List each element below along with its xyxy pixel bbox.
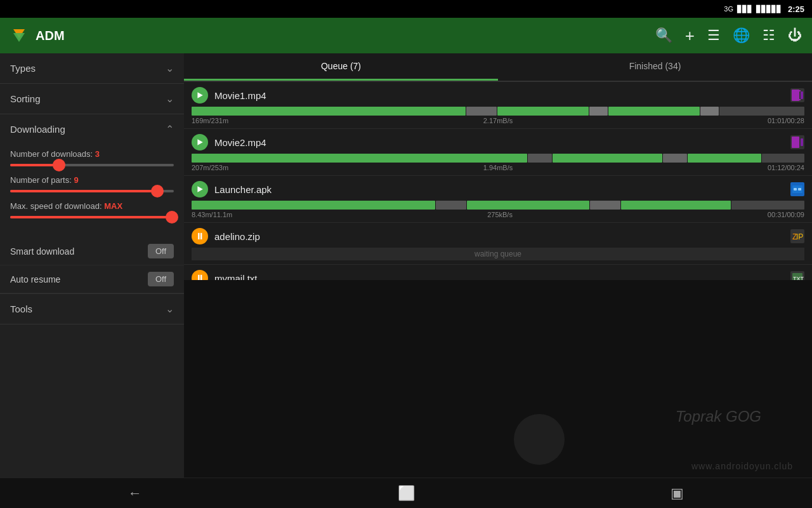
sidebar-downloading-content: Number of downloads: 3 Number of parts: … <box>0 144 184 237</box>
download-time: 01:01/00:28 <box>768 117 804 124</box>
auto-resume-row: Auto resume Off <box>0 265 184 293</box>
download-item: ⏸ mymail.txt TXT waiting queue <box>184 265 812 280</box>
item-header: ⏸ mymail.txt TXT <box>192 270 804 280</box>
home-button[interactable]: ⬜ <box>398 485 415 502</box>
num-downloads-control: Number of downloads: 3 <box>10 149 174 166</box>
downloaded-size: 207m/253m <box>192 164 228 171</box>
chevron-down-icon: ⌄ <box>166 303 174 315</box>
max-speed-value: MAX <box>104 201 122 211</box>
item-header: ⏸ adelino.zip Z IP <box>192 228 804 244</box>
slider-thumb[interactable] <box>166 211 178 224</box>
status-bar: 3G ▊▊▊ ▊▊▊▊▊ 2:25 <box>0 0 812 18</box>
download-stats: 207m/253m 1.94mB/s 01:12/00:24 <box>192 164 804 171</box>
sidebar-downloading-header[interactable]: Downloading ⌃ <box>0 114 184 144</box>
file-name: Movie1.mp4 <box>214 90 784 101</box>
sidebar-types-section: Types ⌄ <box>0 53 184 84</box>
file-name: mymail.txt <box>214 273 784 280</box>
max-speed-slider[interactable] <box>10 216 174 218</box>
num-downloads-slider[interactable] <box>10 164 174 166</box>
num-parts-label: Number of parts: 9 <box>10 175 174 185</box>
download-time: 01:12/00:24 <box>768 164 804 171</box>
svg-rect-11 <box>801 138 803 146</box>
svg-rect-6 <box>799 90 801 91</box>
sidebar-tools-label: Tools <box>10 304 32 314</box>
settings-icon[interactable]: ☷ <box>763 27 775 44</box>
svg-rect-5 <box>801 91 803 99</box>
svg-rect-7 <box>799 99 801 100</box>
slider-thumb[interactable] <box>151 185 164 197</box>
play-button[interactable] <box>192 181 208 197</box>
menu-icon[interactable]: ☰ <box>707 27 720 44</box>
recents-button[interactable]: ▣ <box>671 485 684 502</box>
download-time: 00:31/00:09 <box>768 211 804 218</box>
tab-finished[interactable]: Finished (34) <box>498 53 812 81</box>
sidebar: Types ⌄ Sorting ⌄ Downloading ⌃ Number o… <box>0 53 184 478</box>
num-downloads-label: Number of downloads: 3 <box>10 149 174 159</box>
svg-rect-15 <box>794 188 797 190</box>
sidebar-types-header[interactable]: Types ⌄ <box>0 53 184 83</box>
smart-download-label: Smart download <box>10 246 74 257</box>
num-downloads-value: 3 <box>95 149 100 159</box>
download-item: Movie1.mp4 <box>184 82 812 129</box>
svg-marker-12 <box>197 186 202 192</box>
file-type-icon: TXT <box>790 271 804 280</box>
auto-resume-label: Auto resume <box>10 274 60 284</box>
num-parts-slider[interactable] <box>10 190 174 192</box>
chevron-down-icon: ⌄ <box>166 93 174 105</box>
app-logo <box>10 27 28 44</box>
status-icons: 3G ▊▊▊ ▊▊▊▊▊ 2:25 <box>724 4 804 14</box>
auto-resume-toggle[interactable]: Off <box>148 272 174 286</box>
chevron-down-icon: ⌄ <box>166 62 174 74</box>
file-name: Movie2.mp4 <box>214 137 784 148</box>
file-type-icon: Z IP <box>790 229 804 243</box>
download-stats: 169m/231m 2.17mB/s 01:01/00:28 <box>192 117 804 124</box>
sidebar-downloading-label: Downloading <box>10 124 65 135</box>
back-button[interactable]: ← <box>128 485 142 502</box>
globe-icon[interactable]: 🌐 <box>733 27 750 44</box>
item-header: Movie1.mp4 <box>192 87 804 104</box>
toolbar: ADM 🔍 + ☰ 🌐 ☷ ⏻ <box>0 18 812 53</box>
nav-bar: ← ⬜ ▣ <box>0 478 812 508</box>
svg-marker-8 <box>197 139 202 145</box>
downloaded-size: 169m/231m <box>192 117 228 124</box>
svg-text:IP: IP <box>796 232 803 241</box>
network-indicator: 3G <box>724 5 733 13</box>
waiting-text: waiting queue <box>475 250 521 258</box>
waiting-bar: waiting queue <box>192 248 804 260</box>
slider-fill <box>10 190 157 192</box>
sidebar-sorting-header[interactable]: Sorting ⌄ <box>0 84 184 114</box>
play-button[interactable] <box>192 134 208 150</box>
download-speed: 1.94mB/s <box>483 164 513 171</box>
slider-fill <box>10 164 59 166</box>
downloaded-size: 8.43m/11.1m <box>192 211 232 218</box>
sidebar-tools-section: Tools ⌄ <box>0 294 184 324</box>
download-speed: 275kB/s <box>487 211 513 218</box>
sidebar-types-label: Types <box>10 63 36 74</box>
content-area: Queue (7) Finished (34) Movie1.mp4 <box>184 53 812 478</box>
file-type-icon <box>790 182 804 196</box>
sidebar-sorting-section: Sorting ⌄ <box>0 84 184 114</box>
download-speed: 2.17mB/s <box>483 117 513 124</box>
svg-marker-2 <box>197 92 202 98</box>
battery-icon: ▊▊▊▊▊ <box>756 5 782 13</box>
smart-download-toggle[interactable]: Off <box>148 244 174 258</box>
slider-fill <box>10 216 174 218</box>
item-header: Launcher.apk <box>192 181 804 197</box>
item-header: Movie2.mp4 <box>192 134 804 150</box>
tab-queue[interactable]: Queue (7) <box>184 53 498 81</box>
svg-rect-10 <box>792 137 799 148</box>
num-parts-control: Number of parts: 9 <box>10 175 174 192</box>
watermark: Toprak GOG www.androidoyun.club <box>501 401 812 478</box>
main-layout: Types ⌄ Sorting ⌄ Downloading ⌃ Number o… <box>0 53 812 478</box>
sidebar-downloading-section: Downloading ⌃ Number of downloads: 3 <box>0 114 184 294</box>
app-title: ADM <box>36 29 648 43</box>
sidebar-tools-header[interactable]: Tools ⌄ <box>0 294 184 324</box>
search-icon[interactable]: 🔍 <box>655 27 672 44</box>
pause-button[interactable]: ⏸ <box>192 270 208 280</box>
power-icon[interactable]: ⏻ <box>788 27 802 44</box>
pause-button[interactable]: ⏸ <box>192 228 208 244</box>
play-button[interactable] <box>192 87 208 104</box>
file-name: Launcher.apk <box>214 184 784 195</box>
slider-thumb[interactable] <box>53 159 65 171</box>
add-icon[interactable]: + <box>685 26 695 46</box>
